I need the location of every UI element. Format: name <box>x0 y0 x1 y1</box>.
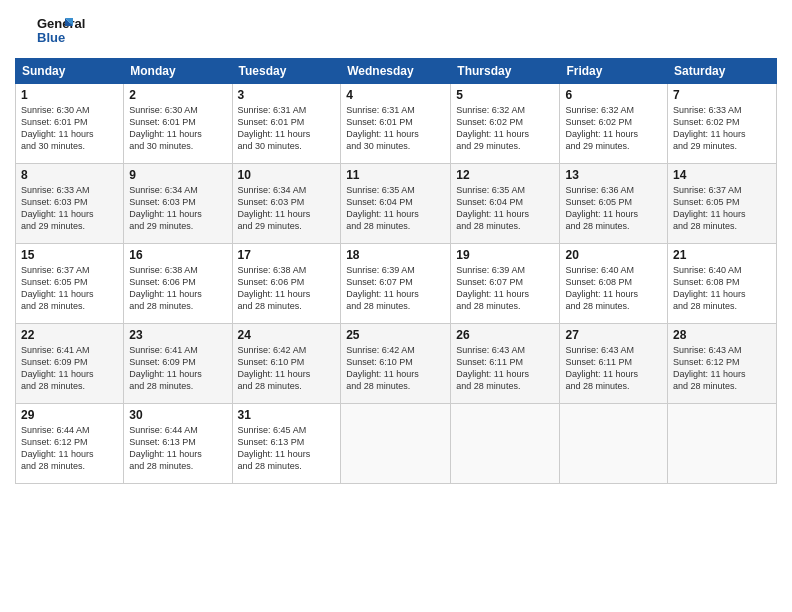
calendar-cell: 2Sunrise: 6:30 AM Sunset: 6:01 PM Daylig… <box>124 84 232 164</box>
calendar-cell: 29Sunrise: 6:44 AM Sunset: 6:12 PM Dayli… <box>16 404 124 484</box>
day-number: 1 <box>21 88 118 102</box>
calendar-cell <box>668 404 777 484</box>
calendar-cell: 8Sunrise: 6:33 AM Sunset: 6:03 PM Daylig… <box>16 164 124 244</box>
day-number: 16 <box>129 248 226 262</box>
day-number: 28 <box>673 328 771 342</box>
calendar-cell: 27Sunrise: 6:43 AM Sunset: 6:11 PM Dayli… <box>560 324 668 404</box>
day-number: 12 <box>456 168 554 182</box>
day-number: 14 <box>673 168 771 182</box>
calendar-weekday-sunday: Sunday <box>16 59 124 84</box>
logo-icon: General Blue <box>15 10 95 50</box>
day-info: Sunrise: 6:44 AM Sunset: 6:12 PM Dayligh… <box>21 424 118 473</box>
day-number: 20 <box>565 248 662 262</box>
day-number: 22 <box>21 328 118 342</box>
calendar-page: General Blue SundayMondayTuesdayWednesda… <box>0 0 792 612</box>
day-info: Sunrise: 6:43 AM Sunset: 6:11 PM Dayligh… <box>565 344 662 393</box>
day-number: 4 <box>346 88 445 102</box>
day-info: Sunrise: 6:38 AM Sunset: 6:06 PM Dayligh… <box>129 264 226 313</box>
calendar-weekday-monday: Monday <box>124 59 232 84</box>
calendar-table: SundayMondayTuesdayWednesdayThursdayFrid… <box>15 58 777 484</box>
day-info: Sunrise: 6:41 AM Sunset: 6:09 PM Dayligh… <box>129 344 226 393</box>
calendar-cell: 3Sunrise: 6:31 AM Sunset: 6:01 PM Daylig… <box>232 84 341 164</box>
day-info: Sunrise: 6:38 AM Sunset: 6:06 PM Dayligh… <box>238 264 336 313</box>
calendar-cell: 16Sunrise: 6:38 AM Sunset: 6:06 PM Dayli… <box>124 244 232 324</box>
day-info: Sunrise: 6:33 AM Sunset: 6:02 PM Dayligh… <box>673 104 771 153</box>
day-number: 30 <box>129 408 226 422</box>
day-info: Sunrise: 6:44 AM Sunset: 6:13 PM Dayligh… <box>129 424 226 473</box>
header: General Blue <box>15 10 777 50</box>
day-info: Sunrise: 6:30 AM Sunset: 6:01 PM Dayligh… <box>21 104 118 153</box>
calendar-cell: 6Sunrise: 6:32 AM Sunset: 6:02 PM Daylig… <box>560 84 668 164</box>
svg-text:Blue: Blue <box>37 30 65 45</box>
calendar-week-row-3: 15Sunrise: 6:37 AM Sunset: 6:05 PM Dayli… <box>16 244 777 324</box>
day-info: Sunrise: 6:42 AM Sunset: 6:10 PM Dayligh… <box>346 344 445 393</box>
calendar-cell: 4Sunrise: 6:31 AM Sunset: 6:01 PM Daylig… <box>341 84 451 164</box>
calendar-cell: 15Sunrise: 6:37 AM Sunset: 6:05 PM Dayli… <box>16 244 124 324</box>
calendar-weekday-saturday: Saturday <box>668 59 777 84</box>
day-info: Sunrise: 6:31 AM Sunset: 6:01 PM Dayligh… <box>238 104 336 153</box>
day-number: 6 <box>565 88 662 102</box>
calendar-cell: 1Sunrise: 6:30 AM Sunset: 6:01 PM Daylig… <box>16 84 124 164</box>
calendar-cell: 7Sunrise: 6:33 AM Sunset: 6:02 PM Daylig… <box>668 84 777 164</box>
day-info: Sunrise: 6:43 AM Sunset: 6:11 PM Dayligh… <box>456 344 554 393</box>
day-number: 8 <box>21 168 118 182</box>
calendar-cell: 20Sunrise: 6:40 AM Sunset: 6:08 PM Dayli… <box>560 244 668 324</box>
day-number: 13 <box>565 168 662 182</box>
day-number: 27 <box>565 328 662 342</box>
day-number: 26 <box>456 328 554 342</box>
day-number: 21 <box>673 248 771 262</box>
calendar-cell: 22Sunrise: 6:41 AM Sunset: 6:09 PM Dayli… <box>16 324 124 404</box>
day-number: 11 <box>346 168 445 182</box>
day-info: Sunrise: 6:31 AM Sunset: 6:01 PM Dayligh… <box>346 104 445 153</box>
day-number: 29 <box>21 408 118 422</box>
day-number: 9 <box>129 168 226 182</box>
calendar-cell: 30Sunrise: 6:44 AM Sunset: 6:13 PM Dayli… <box>124 404 232 484</box>
calendar-cell: 11Sunrise: 6:35 AM Sunset: 6:04 PM Dayli… <box>341 164 451 244</box>
day-info: Sunrise: 6:35 AM Sunset: 6:04 PM Dayligh… <box>456 184 554 233</box>
calendar-weekday-tuesday: Tuesday <box>232 59 341 84</box>
calendar-cell: 5Sunrise: 6:32 AM Sunset: 6:02 PM Daylig… <box>451 84 560 164</box>
calendar-week-row-4: 22Sunrise: 6:41 AM Sunset: 6:09 PM Dayli… <box>16 324 777 404</box>
day-info: Sunrise: 6:39 AM Sunset: 6:07 PM Dayligh… <box>346 264 445 313</box>
calendar-week-row-5: 29Sunrise: 6:44 AM Sunset: 6:12 PM Dayli… <box>16 404 777 484</box>
day-info: Sunrise: 6:40 AM Sunset: 6:08 PM Dayligh… <box>673 264 771 313</box>
day-number: 10 <box>238 168 336 182</box>
svg-text:General: General <box>37 16 85 31</box>
calendar-header-row: SundayMondayTuesdayWednesdayThursdayFrid… <box>16 59 777 84</box>
calendar-cell: 21Sunrise: 6:40 AM Sunset: 6:08 PM Dayli… <box>668 244 777 324</box>
day-info: Sunrise: 6:35 AM Sunset: 6:04 PM Dayligh… <box>346 184 445 233</box>
day-info: Sunrise: 6:41 AM Sunset: 6:09 PM Dayligh… <box>21 344 118 393</box>
day-number: 23 <box>129 328 226 342</box>
calendar-cell: 23Sunrise: 6:41 AM Sunset: 6:09 PM Dayli… <box>124 324 232 404</box>
day-number: 31 <box>238 408 336 422</box>
day-info: Sunrise: 6:45 AM Sunset: 6:13 PM Dayligh… <box>238 424 336 473</box>
calendar-cell <box>341 404 451 484</box>
calendar-cell: 10Sunrise: 6:34 AM Sunset: 6:03 PM Dayli… <box>232 164 341 244</box>
calendar-week-row-1: 1Sunrise: 6:30 AM Sunset: 6:01 PM Daylig… <box>16 84 777 164</box>
calendar-weekday-thursday: Thursday <box>451 59 560 84</box>
calendar-cell: 12Sunrise: 6:35 AM Sunset: 6:04 PM Dayli… <box>451 164 560 244</box>
day-number: 2 <box>129 88 226 102</box>
day-number: 5 <box>456 88 554 102</box>
calendar-cell: 25Sunrise: 6:42 AM Sunset: 6:10 PM Dayli… <box>341 324 451 404</box>
calendar-cell: 13Sunrise: 6:36 AM Sunset: 6:05 PM Dayli… <box>560 164 668 244</box>
day-info: Sunrise: 6:32 AM Sunset: 6:02 PM Dayligh… <box>565 104 662 153</box>
day-info: Sunrise: 6:42 AM Sunset: 6:10 PM Dayligh… <box>238 344 336 393</box>
calendar-cell: 19Sunrise: 6:39 AM Sunset: 6:07 PM Dayli… <box>451 244 560 324</box>
calendar-cell: 28Sunrise: 6:43 AM Sunset: 6:12 PM Dayli… <box>668 324 777 404</box>
day-info: Sunrise: 6:40 AM Sunset: 6:08 PM Dayligh… <box>565 264 662 313</box>
day-info: Sunrise: 6:34 AM Sunset: 6:03 PM Dayligh… <box>129 184 226 233</box>
calendar-cell: 26Sunrise: 6:43 AM Sunset: 6:11 PM Dayli… <box>451 324 560 404</box>
calendar-cell: 31Sunrise: 6:45 AM Sunset: 6:13 PM Dayli… <box>232 404 341 484</box>
day-info: Sunrise: 6:37 AM Sunset: 6:05 PM Dayligh… <box>21 264 118 313</box>
day-number: 19 <box>456 248 554 262</box>
day-number: 7 <box>673 88 771 102</box>
calendar-cell: 14Sunrise: 6:37 AM Sunset: 6:05 PM Dayli… <box>668 164 777 244</box>
calendar-weekday-wednesday: Wednesday <box>341 59 451 84</box>
day-number: 18 <box>346 248 445 262</box>
day-info: Sunrise: 6:36 AM Sunset: 6:05 PM Dayligh… <box>565 184 662 233</box>
day-number: 17 <box>238 248 336 262</box>
calendar-cell <box>451 404 560 484</box>
day-info: Sunrise: 6:37 AM Sunset: 6:05 PM Dayligh… <box>673 184 771 233</box>
calendar-cell: 18Sunrise: 6:39 AM Sunset: 6:07 PM Dayli… <box>341 244 451 324</box>
